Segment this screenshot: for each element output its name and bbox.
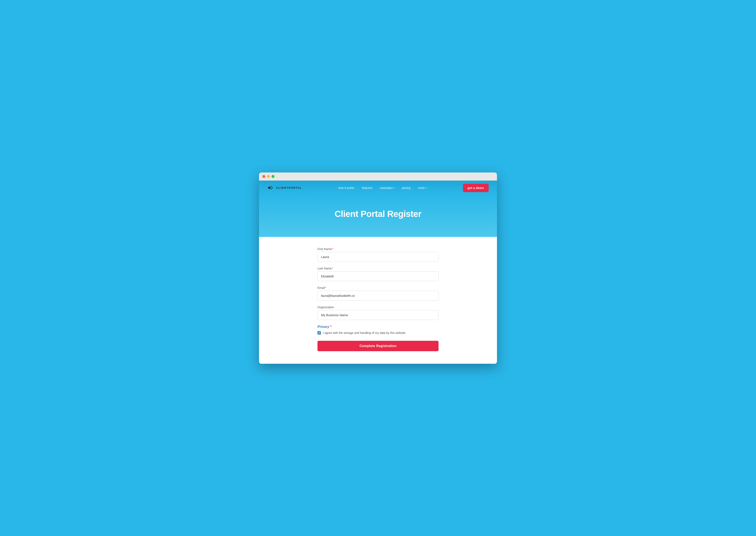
first-name-label: First Name* [317,247,439,251]
privacy-checkbox[interactable] [317,331,321,335]
page-title: Client Portal Register [335,209,421,219]
first-name-input[interactable] [317,252,439,262]
nav-item-pricing[interactable]: pricing [402,186,410,190]
last-name-label: Last Name* [317,267,439,270]
traffic-light-yellow[interactable] [267,175,270,178]
nav-item-more[interactable]: more ▾ [418,186,427,189]
navbar: CLIENTPORTAL how it works features examp… [259,181,497,195]
nav-link-examples[interactable]: examples ▾ [380,186,394,189]
nav-link-more[interactable]: more ▾ [418,186,427,189]
logo-icon [268,184,274,191]
nav-link-how-it-works[interactable]: how it works [338,186,354,189]
nav-links: how it works features examples ▾ pricing [338,186,427,190]
browser-window: CLIENTPORTAL how it works features examp… [259,173,497,364]
chevron-down-icon-more: ▾ [426,187,427,189]
browser-chrome [259,173,497,181]
svg-rect-0 [268,186,271,189]
form-section: First Name* Last Name* Email* [259,237,497,364]
traffic-light-red[interactable] [262,175,265,178]
submit-button[interactable]: Complete Registration [317,341,439,351]
nav-item-features[interactable]: features [362,186,373,190]
browser-content: CLIENTPORTAL how it works features examp… [259,181,497,364]
register-form: First Name* Last Name* Email* [317,247,439,351]
email-input[interactable] [317,291,439,301]
nav-item-how-it-works[interactable]: how it works [338,186,354,190]
email-label: Email* [317,286,439,289]
privacy-checkbox-text: I agree with the storage and handling of… [323,331,406,335]
last-name-group: Last Name* [317,267,439,281]
email-required: * [325,286,326,289]
chevron-down-icon: ▾ [393,187,394,189]
logo-link[interactable]: CLIENTPORTAL [268,184,302,191]
last-name-required: * [332,267,333,270]
get-demo-button[interactable]: get a demo [463,184,488,192]
nav-link-features[interactable]: features [362,186,373,189]
privacy-section: Privacy * I agree with the storage and h… [317,325,439,335]
first-name-required: * [332,247,333,251]
organization-input[interactable] [317,310,439,320]
organization-label: Organization [317,306,439,309]
privacy-required: * [330,325,332,328]
logo-text: CLIENTPORTAL [276,186,302,189]
traffic-light-green[interactable] [271,175,274,178]
first-name-group: First Name* [317,247,439,262]
organization-group: Organization [317,306,439,320]
nav-link-pricing[interactable]: pricing [402,186,410,189]
privacy-checkbox-wrapper: I agree with the storage and handling of… [317,331,439,335]
privacy-label: Privacy * [317,325,439,329]
email-group: Email* [317,286,439,301]
last-name-input[interactable] [317,271,439,281]
nav-item-examples[interactable]: examples ▾ [380,186,394,189]
hero-section: Client Portal Register [259,195,497,237]
